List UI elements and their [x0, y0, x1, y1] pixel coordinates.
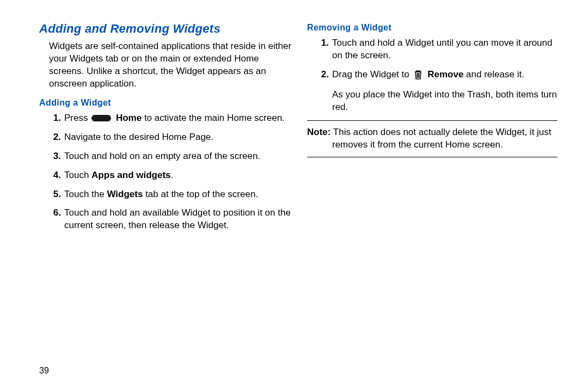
- note-label: Note:: [307, 127, 330, 137]
- step-text: Touch and hold on an empty area of the s…: [64, 151, 260, 161]
- step-bold: Widgets: [107, 189, 143, 199]
- step-text: Touch and hold a Widget until you can mo…: [332, 38, 552, 60]
- step-text: tab at the top of the screen.: [143, 189, 258, 199]
- right-column: Removing a Widget Touch and hold a Widge…: [307, 22, 561, 238]
- sub-heading-removing: Removing a Widget: [307, 23, 561, 33]
- step-3: Touch and hold on an empty area of the s…: [48, 150, 293, 163]
- step-text: Touch the: [64, 189, 107, 199]
- step-1: Press Home to activate the main Home scr…: [48, 112, 293, 125]
- section-title: Adding and Removing Widgets: [39, 22, 293, 36]
- trash-icon: [414, 70, 422, 83]
- step-follow: As you place the Widget into the Trash, …: [332, 89, 561, 114]
- step-text: Navigate to the desired Home Page.: [64, 132, 213, 142]
- left-column: Adding and Removing Widgets Widgets are …: [39, 22, 293, 238]
- step-text: Press: [64, 113, 90, 123]
- step-5: Touch the Widgets tab at the top of the …: [48, 188, 293, 201]
- step-text: Touch: [64, 170, 91, 180]
- sub-heading-adding: Adding a Widget: [39, 98, 293, 108]
- adding-steps-list: Press Home to activate the main Home scr…: [48, 112, 293, 232]
- step-text: to activate the main Home screen.: [142, 113, 285, 123]
- manual-page: Adding and Removing Widgets Widgets are …: [0, 0, 588, 392]
- step-6: Touch and hold an available Widget to po…: [48, 207, 293, 232]
- step-text: and release it.: [463, 69, 524, 79]
- step-bold: Remove: [425, 69, 463, 79]
- intro-paragraph: Widgets are self-contained applications …: [49, 40, 293, 90]
- page-number: 39: [39, 366, 49, 376]
- step-text: Drag the Widget to: [332, 69, 412, 79]
- step-1: Touch and hold a Widget until you can mo…: [316, 37, 561, 62]
- step-text: Touch and hold an available Widget to po…: [64, 207, 291, 230]
- step-2: Navigate to the desired Home Page.: [48, 131, 293, 144]
- note-body: Note: This action does not actually dele…: [307, 126, 558, 151]
- note-box: Note: This action does not actually dele…: [307, 120, 558, 157]
- removing-steps-list: Touch and hold a Widget until you can mo…: [316, 37, 561, 114]
- step-4: Touch Apps and widgets.: [48, 169, 293, 182]
- two-column-layout: Adding and Removing Widgets Widgets are …: [39, 22, 561, 238]
- step-bold: Home: [113, 113, 142, 123]
- step-text: .: [171, 170, 174, 180]
- step-bold: Apps and widgets: [91, 170, 170, 180]
- note-text: This action does not actually delete the…: [330, 127, 551, 150]
- home-button-icon: [91, 115, 111, 121]
- step-2: Drag the Widget to Remove and release it…: [316, 69, 561, 114]
